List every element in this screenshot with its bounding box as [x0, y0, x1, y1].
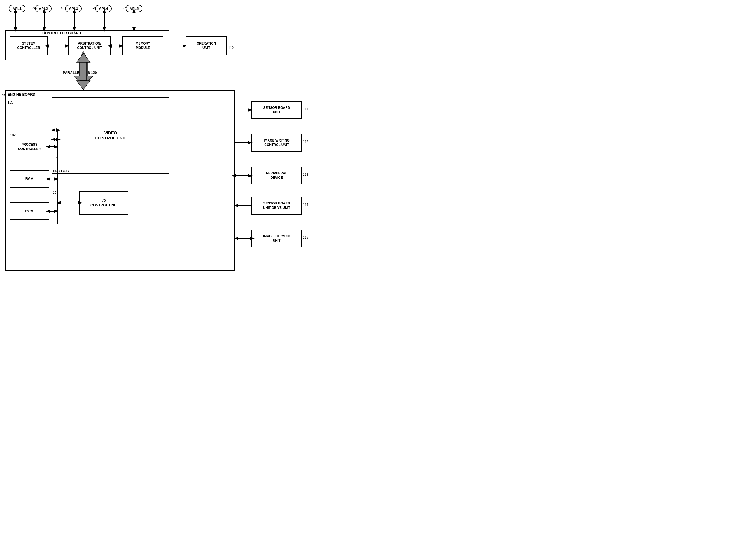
ref-112: 112 [303, 140, 308, 144]
sensor-board-drive-label: SENSOR BOARDUNIT DRIVE UNIT [263, 201, 290, 210]
apl3-bubble: APL3 [65, 5, 82, 12]
memory-module-box: MEMORYMODULE [122, 36, 163, 55]
ref-114: 114 [303, 203, 308, 207]
sensor-board-unit-box: SENSOR BOARDUNIT [251, 101, 302, 119]
apl1-bubble: APL1 [9, 5, 25, 12]
ref-203: 203 [90, 6, 95, 10]
ref-104: 104 [53, 155, 58, 159]
image-forming-box: IMAGE FORMINGUNIT [251, 230, 302, 247]
system-controller-box: SYSTEMCONTROLLER [10, 36, 48, 55]
rom-box: ROM [10, 202, 49, 220]
parallel-bus-label: PARALLEL BUS 120 [63, 71, 97, 75]
memory-module-label: MEMORYMODULE [136, 42, 150, 50]
io-control-label: I/OCONTROL UNIT [90, 198, 117, 208]
arbitration-control-box: ARBITRATION/CONTROL UNIT [68, 36, 111, 55]
diagram: APL1 APL2 APL3 APL4 APL5 202 201 203 107… [0, 0, 367, 280]
cpu-bus-label: CPU BUS [53, 169, 69, 173]
operation-unit-label: OPERATIONUNIT [197, 42, 216, 50]
ref-107: 107 [121, 6, 126, 10]
ref-106: 106 [130, 196, 135, 200]
controller-board-label: CONTROLLER BOARD [42, 31, 81, 35]
image-forming-label: IMAGE FORMINGUNIT [263, 234, 290, 243]
ref-102: 102 [10, 133, 16, 137]
sensor-board-unit-label: SENSOR BOARDUNIT [263, 106, 290, 114]
ref-103: 103 [53, 191, 58, 195]
peripheral-device-box: PERIPHERALDEVICE [251, 167, 302, 184]
ref-113: 113 [303, 173, 308, 177]
svg-marker-12 [77, 81, 90, 90]
ref-201: 201 [60, 6, 65, 10]
ram-label: RAM [25, 177, 34, 181]
peripheral-device-label: PERIPHERALDEVICE [266, 171, 287, 180]
image-writing-label: IMAGE WRITINGCONTROL UNIT [264, 139, 290, 147]
ref-110: 110 [228, 46, 234, 50]
apl5-bubble: APL5 [126, 5, 142, 12]
video-control-box: VIDEOCONTROL UNIT [52, 97, 169, 174]
system-controller-label: SYSTEMCONTROLLER [17, 42, 40, 50]
ref-101: 101 [53, 133, 58, 137]
image-writing-box: IMAGE WRITINGCONTROL UNIT [251, 134, 302, 152]
engine-board-label: ENGINE BOARD [8, 92, 35, 96]
apl4-bubble: APL4 [95, 5, 112, 12]
video-control-label: VIDEOCONTROL UNIT [95, 130, 126, 141]
rom-label: ROM [25, 209, 33, 213]
ram-box: RAM [10, 170, 49, 188]
operation-unit-box: OPERATIONUNIT [186, 36, 227, 55]
sensor-board-drive-box: SENSOR BOARDUNIT DRIVE UNIT [251, 197, 302, 215]
arbitration-control-label: ARBITRATION/CONTROL UNIT [77, 42, 102, 50]
process-controller-box: PROCESSCONTROLLER [10, 137, 49, 157]
ref-105: 105 [8, 101, 13, 104]
process-controller-label: PROCESSCONTROLLER [18, 143, 41, 151]
ref-202: 202 [32, 6, 38, 10]
ref-111: 111 [303, 107, 308, 111]
ref-115: 115 [303, 236, 308, 239]
io-control-box: I/OCONTROL UNIT [79, 191, 128, 215]
